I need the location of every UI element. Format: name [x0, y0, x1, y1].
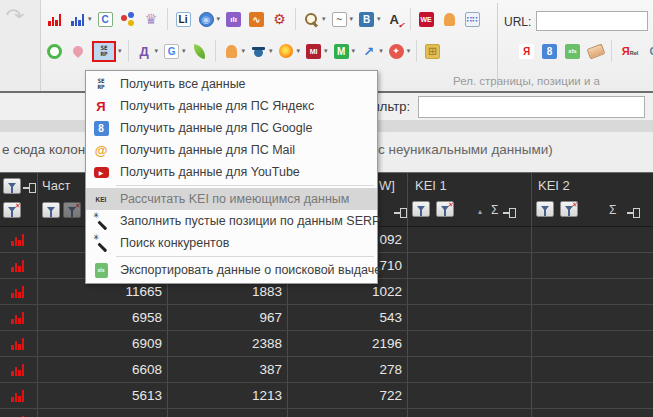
we-icon-button[interactable]: WE: [416, 9, 437, 30]
dropdown-caret-icon: ▾: [269, 47, 273, 55]
filter-button[interactable]: [3, 178, 21, 194]
group-panel-text-left: е сюда колон: [2, 142, 85, 157]
filter-input[interactable]: [418, 96, 645, 118]
sort-asc-icon: ▴: [478, 207, 482, 216]
google-box-icon-button[interactable]: G▾: [161, 41, 187, 62]
hand-captcha-icon-button[interactable]: ▾: [221, 41, 247, 62]
pin-icon[interactable]: [394, 208, 407, 217]
hand-icon: [440, 10, 459, 29]
menu-item-0[interactable]: SERPПолучить все данные: [86, 73, 377, 95]
table-row[interactable]: 6608387278: [0, 357, 653, 383]
menu-item-5[interactable]: KEIРассчитать KEI по имеющимся данным: [86, 188, 377, 210]
pin-icon[interactable]: [503, 208, 516, 217]
filter-clear-button[interactable]: ✕: [436, 201, 454, 217]
table-row[interactable]: 6958967543: [0, 305, 653, 331]
adwords-icon-button[interactable]: C: [95, 9, 116, 30]
xls-icon-button[interactable]: xls: [562, 41, 583, 62]
yandex-rel-icon-button[interactable]: ЯRel: [617, 41, 643, 62]
package-icon-button[interactable]: ⊞: [422, 41, 443, 62]
yandex-rel-icon: ЯRel: [618, 42, 642, 61]
filter-clear-button[interactable]: ✕: [3, 202, 21, 218]
column-header-kei1[interactable]: KEI 1: [415, 178, 447, 193]
menu-item-1[interactable]: ЯПолучить данные для ПС Яндекс: [86, 95, 377, 117]
menu-item-6[interactable]: Заполнить пустые позиции по данным SERP: [86, 210, 377, 232]
yandex-icon: Я: [91, 97, 111, 115]
table-row[interactable]: 690923882196: [0, 331, 653, 357]
mini-chart-icon-button[interactable]: ~▾: [329, 9, 355, 30]
serp-button: SERP: [91, 40, 117, 62]
calc-icon-button[interactable]: ∷∷: [462, 9, 483, 30]
menu-item-4[interactable]: ▶Получить данные для YouTube: [86, 161, 377, 183]
pin-icon[interactable]: [627, 208, 640, 217]
table-row[interactable]: 56131213722: [0, 383, 653, 409]
cell-kei1: [407, 357, 531, 382]
vk-icon-button[interactable]: B▾: [356, 9, 382, 30]
filter-button[interactable]: [42, 202, 60, 218]
search-icon-button[interactable]: ▾: [301, 9, 327, 30]
column-header-w-fragment[interactable]: W]: [379, 178, 395, 193]
cell-kei2: [531, 227, 653, 252]
menu-item-8[interactable]: xlsЭкспортировать данные о поисковой выд…: [86, 259, 377, 281]
mi-icon-button[interactable]: MI▾: [303, 41, 329, 62]
lens-icon: [45, 42, 64, 61]
red-service-icon-button[interactable]: ✦▾: [386, 41, 412, 62]
adwords-icon: C: [96, 10, 115, 29]
menu-item-label: Поиск конкурентов: [120, 236, 229, 250]
sum-icon[interactable]: Σ: [491, 203, 498, 217]
dropdown-caret-icon: ▾: [155, 47, 159, 55]
url-input[interactable]: [536, 11, 648, 31]
cell-frequency: 6909: [37, 331, 167, 356]
filter-clear-button[interactable]: ✕: [560, 201, 578, 217]
blue-bars-icon-button[interactable]: ▾: [67, 9, 93, 30]
serp-button-button[interactable]: SERP▾: [90, 39, 123, 63]
cell-w: 543: [287, 305, 407, 330]
filter-button[interactable]: [412, 201, 430, 217]
pin-icon[interactable]: [23, 183, 36, 192]
fireball-icon-button[interactable]: ▾: [276, 41, 302, 62]
we-icon: WE: [417, 10, 436, 29]
purple-chart-icon-button[interactable]: ılı: [223, 9, 244, 30]
cell-chart: [0, 227, 37, 252]
spellcheck-icon-button[interactable]: A✔: [384, 9, 405, 30]
menu-item-7[interactable]: Поиск конкурентов: [86, 232, 377, 254]
cell-col3: 2388: [167, 331, 287, 356]
coin-icon-button[interactable]: ◉▾: [196, 9, 222, 30]
filter-clear-button[interactable]: ✕: [63, 202, 81, 218]
column-header-kei2[interactable]: KEI 2: [538, 178, 570, 193]
hand-icon-button[interactable]: [439, 9, 460, 30]
leaf-icon-button[interactable]: [189, 41, 210, 62]
menu-item-2[interactable]: 8Получить данные для ПС Google: [86, 117, 377, 139]
cell-col3: 387: [167, 357, 287, 382]
orange-chart-icon-button[interactable]: ∿: [246, 9, 267, 30]
mini-chart-icon: ~: [330, 10, 349, 29]
spy-icon-button[interactable]: ▾: [248, 41, 274, 62]
cell-kei2: [531, 279, 653, 304]
cell-kei2: [531, 331, 653, 356]
table-row[interactable]: 4817745418: [0, 409, 653, 417]
menu-item-3[interactable]: @Получить данные для ПС Mail: [86, 139, 377, 161]
map-pin-icon-button[interactable]: [67, 41, 88, 62]
cell-kei1: [407, 305, 531, 330]
majento-icon-button[interactable]: M▾: [331, 41, 357, 62]
leaf-icon: [190, 42, 209, 61]
direct-icon-button[interactable]: Д▾: [134, 41, 160, 62]
red-bars-icon-button[interactable]: [44, 9, 65, 30]
red-chart-icon: [11, 389, 37, 402]
filter-button[interactable]: [536, 201, 554, 217]
menu-item-label: Получить данные для ПС Google: [120, 121, 313, 135]
wrench-icon-button[interactable]: ⚙: [269, 9, 290, 30]
color-dots-icon-button[interactable]: [118, 9, 139, 30]
dropdown-caret-icon: ▾: [297, 47, 301, 55]
google-g-icon-button[interactable]: 8: [539, 41, 560, 62]
sum-icon[interactable]: Σ: [609, 203, 616, 217]
google-rel-icon-button[interactable]: GRel: [645, 41, 653, 62]
liveinternet-icon-button[interactable]: Li: [173, 9, 194, 30]
crown-icon-button[interactable]: ♛: [141, 9, 162, 30]
arrow-icon-button[interactable]: ↗▾: [358, 41, 384, 62]
redo-icon[interactable]: ↷: [5, 4, 24, 27]
eraser-icon-button[interactable]: [585, 41, 606, 62]
yandex-icon-button[interactable]: Я: [516, 41, 537, 62]
google-g-icon: 8: [540, 42, 559, 61]
lens-icon-button[interactable]: [44, 41, 65, 62]
column-header-frequency[interactable]: Част: [42, 178, 70, 193]
